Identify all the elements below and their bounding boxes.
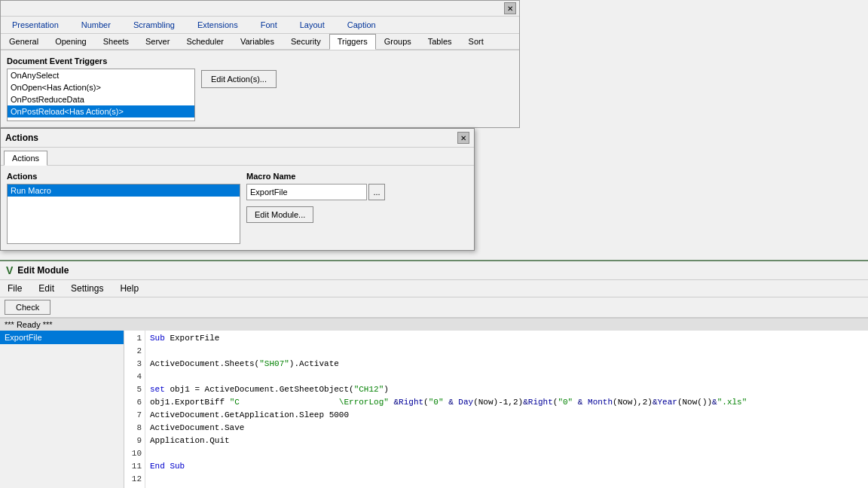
tab-layout[interactable]: Layout: [289, 17, 336, 33]
dialog-titlebar: Actions ✕: [1, 129, 474, 148]
dialog-tab-bar: Actions: [1, 148, 474, 166]
doc-event-section: Document Event Triggers OnAnySelect OnOp…: [1, 50, 519, 127]
trigger-list[interactable]: OnAnySelect OnOpen<Has Action(s)> OnPost…: [7, 69, 195, 121]
tab-caption[interactable]: Caption: [336, 17, 387, 33]
bottom-menubar: File Edit Settings Help: [0, 280, 868, 297]
line-num-12: 12: [127, 473, 142, 486]
line-num-6: 6: [127, 396, 142, 409]
col-label-actions: Actions: [7, 172, 240, 181]
trigger-item-1[interactable]: OnOpen<Has Action(s)>: [8, 81, 194, 93]
status-bar: *** Ready ***: [0, 318, 868, 331]
close-button[interactable]: ✕: [504, 2, 516, 14]
col-label-macro: Macro Name: [246, 172, 295, 181]
doc-event-content: OnAnySelect OnOpen<Has Action(s)> OnPost…: [7, 69, 513, 121]
tab-opening[interactable]: Opening: [47, 34, 95, 49]
tab-security[interactable]: Security: [283, 34, 329, 49]
menu-help[interactable]: Help: [117, 282, 142, 295]
line-num-7: 7: [127, 409, 142, 422]
menu-edit[interactable]: Edit: [35, 282, 57, 295]
dialog-col-labels: Actions Macro Name: [7, 172, 468, 181]
line-num-3: 3: [127, 358, 142, 371]
line-num-1: 1: [127, 332, 142, 345]
module-item-exportfile[interactable]: ExportFile: [0, 331, 124, 344]
macro-name-input[interactable]: [246, 184, 367, 200]
line-num-2: 2: [127, 345, 142, 358]
bottom-window: V Edit Module File Edit Settings Help Ch…: [0, 260, 868, 488]
menu-settings[interactable]: Settings: [68, 282, 106, 295]
dialog-row-content: Run Macro ... Edit Module...: [7, 184, 468, 244]
dialog-tab-actions[interactable]: Actions: [4, 151, 47, 166]
actions-dialog: Actions ✕ Actions Actions Macro Name Run…: [0, 128, 475, 251]
tab-presentation[interactable]: Presentation: [1, 17, 70, 33]
tab-variables[interactable]: Variables: [232, 34, 283, 49]
tab-extensions[interactable]: Extensions: [186, 17, 249, 33]
tab-scheduler[interactable]: Scheduler: [178, 34, 232, 49]
bottom-title: Edit Module: [17, 265, 69, 276]
tab-sort[interactable]: Sort: [460, 34, 492, 49]
action-item-run-macro[interactable]: Run Macro: [8, 185, 240, 197]
edit-module-button[interactable]: Edit Module...: [246, 206, 313, 223]
trigger-item-3[interactable]: OnPostReload<Has Action(s)>: [8, 105, 194, 117]
dialog-title: Actions: [5, 133, 38, 143]
line-num-5: 5: [127, 383, 142, 396]
line-num-11: 11: [127, 460, 142, 473]
bottom-titlebar: V Edit Module: [0, 261, 868, 280]
tab-scrambling[interactable]: Scrambling: [122, 17, 186, 33]
tab-triggers[interactable]: Triggers: [329, 34, 376, 50]
section-label: Document Event Triggers: [7, 56, 513, 66]
actions-list[interactable]: Run Macro: [7, 184, 240, 244]
edit-actions-button[interactable]: Edit Action(s)...: [201, 70, 277, 88]
tab-server[interactable]: Server: [137, 34, 178, 49]
line-num-10: 10: [127, 447, 142, 460]
menu-file[interactable]: File: [5, 282, 25, 295]
trigger-item-0[interactable]: OnAnySelect: [8, 69, 194, 81]
module-sidebar: ExportFile: [0, 331, 124, 488]
qlikview-icon: V: [6, 264, 13, 276]
code-editor[interactable]: Sub ExportFile ActiveDocument.Sheets("SH…: [145, 331, 868, 488]
bottom-toolbar: Check: [0, 297, 868, 318]
tab-number[interactable]: Number: [70, 17, 122, 33]
second-tab-bar: General Opening Sheets Server Scheduler …: [1, 34, 519, 50]
tab-font[interactable]: Font: [249, 17, 289, 33]
top-tab-bar: Presentation Number Scrambling Extension…: [1, 17, 519, 34]
dialog-close-button[interactable]: ✕: [457, 132, 469, 144]
line-num-8: 8: [127, 422, 142, 435]
check-button[interactable]: Check: [5, 300, 50, 315]
macro-section: ... Edit Module...: [246, 184, 385, 223]
macro-browse-button[interactable]: ...: [368, 184, 385, 200]
top-window: ✕ Presentation Number Scrambling Extensi…: [0, 0, 520, 128]
tab-tables[interactable]: Tables: [420, 34, 460, 49]
trigger-item-2[interactable]: OnPostReduceData: [8, 93, 194, 105]
dialog-body: Actions Macro Name Run Macro ... Edit Mo…: [1, 166, 474, 250]
top-titlebar: ✕: [1, 1, 519, 17]
line-num-9: 9: [127, 435, 142, 447]
tab-groups[interactable]: Groups: [376, 34, 420, 49]
tab-general[interactable]: General: [1, 34, 47, 49]
macro-input-row: ...: [246, 184, 385, 200]
line-num-4: 4: [127, 371, 142, 383]
code-area: 1 2 3 4 5 6 7 8 9 10 11 12 Sub ExportFil…: [124, 331, 868, 488]
tab-sheets[interactable]: Sheets: [95, 34, 137, 49]
bottom-content: ExportFile 1 2 3 4 5 6 7 8 9 10 11 12 Su…: [0, 331, 868, 488]
line-numbers: 1 2 3 4 5 6 7 8 9 10 11 12: [124, 331, 145, 488]
